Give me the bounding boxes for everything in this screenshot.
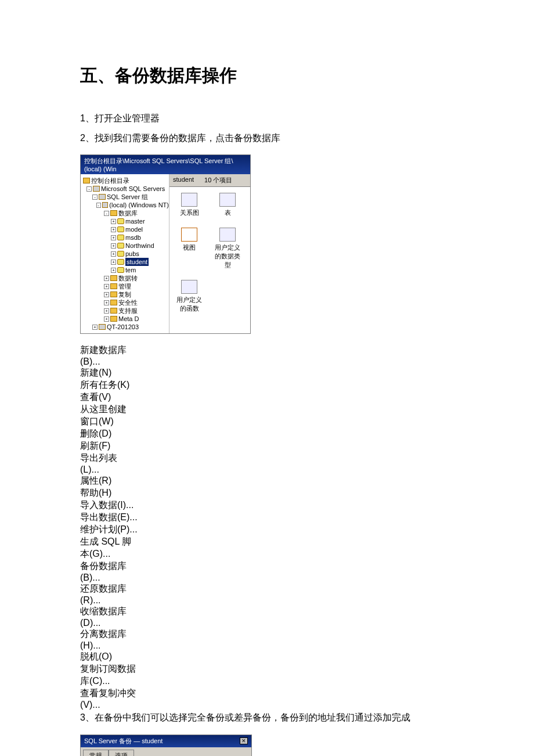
expand-icon[interactable]: + <box>92 325 98 330</box>
tree-db-selected[interactable]: student <box>125 258 149 266</box>
expand-icon[interactable]: + <box>111 227 116 232</box>
close-icon[interactable]: ✕ <box>240 737 248 744</box>
tree-db[interactable]: msdb <box>125 233 141 242</box>
submenu-copy-subscription-db[interactable]: 复制订阅数据库(C)... <box>80 663 138 687</box>
submenu-backup-database[interactable]: 备份数据库(B)... <box>80 560 138 583</box>
tree-folder[interactable]: 复制 <box>118 290 131 298</box>
submenu-shrink-database[interactable]: 收缩数据库(D)... <box>80 606 138 628</box>
tree-databases-folder[interactable]: 数据库 <box>118 209 138 217</box>
expand-icon[interactable]: + <box>104 292 109 297</box>
submenu-detach-database[interactable]: 分离数据库(H)... <box>80 628 138 651</box>
expand-icon[interactable]: + <box>104 276 109 281</box>
tree-db[interactable]: master <box>125 217 145 225</box>
list-item[interactable]: 用户定义的数据类型 <box>214 228 241 269</box>
tree-sql-servers[interactable]: Microsoft SQL Servers <box>101 185 165 193</box>
enterprise-manager-window: 控制台根目录\Microsoft SQL Servers\SQL Server … <box>80 154 251 334</box>
list-item[interactable]: 用户定义的函数 <box>175 280 203 313</box>
submenu-offline[interactable]: 脱机(O) <box>80 651 138 663</box>
tree-db[interactable]: Northwind <box>125 242 154 250</box>
expand-icon[interactable]: + <box>104 300 109 305</box>
backup-dialog: SQL Server 备份 — student ✕ 常规 选项 数据库(B): … <box>80 735 252 756</box>
expand-icon[interactable]: - <box>86 186 92 192</box>
udf-icon <box>181 280 197 294</box>
expand-icon[interactable]: + <box>111 235 116 240</box>
tree-folder[interactable]: 安全性 <box>118 298 138 307</box>
window-title: 控制台根目录\Microsoft SQL Servers\SQL Server … <box>84 157 247 172</box>
header-db-name: student <box>173 176 194 185</box>
expand-icon[interactable]: + <box>104 308 109 314</box>
tree-server-group[interactable]: SQL Server 组 <box>107 193 148 201</box>
step-3: 3、在备份中我们可以选择完全备份或差异备份，备份到的地址我们通过添加完成 <box>80 710 459 725</box>
tree-panel: 控制台根目录 -Microsoft SQL Servers -SQL Serve… <box>81 174 169 333</box>
expand-icon[interactable]: + <box>104 284 109 289</box>
list-item[interactable]: 视图 <box>175 228 203 269</box>
tree-folder[interactable]: 管理 <box>118 282 131 290</box>
page-title: 五、备份数据库操作 <box>80 64 459 88</box>
expand-icon[interactable]: + <box>111 219 116 224</box>
tasks-submenu: 导入数据(I)... 导出数据(E)... 维护计划(P)... 生成 SQL … <box>80 499 138 710</box>
step-1: 1、打开企业管理器 <box>80 111 459 126</box>
expand-icon[interactable]: + <box>111 251 116 257</box>
right-panel: student 10 个项目 关系图 表 视图 用户定义的数据类型 用户定义的函… <box>169 174 250 333</box>
dialog-titlebar: SQL Server 备份 — student ✕ <box>81 735 251 747</box>
submenu-maintenance-plan[interactable]: 维护计划(P)... <box>80 524 138 536</box>
menu-all-tasks[interactable]: 所有任务(K) <box>80 379 132 391</box>
tree-root[interactable]: 控制台根目录 <box>91 177 129 185</box>
tree-db[interactable]: pubs <box>125 250 139 258</box>
menu-properties[interactable]: 属性(R) <box>80 475 132 487</box>
menu-help[interactable]: 帮助(H) <box>80 487 132 499</box>
tree-folder[interactable]: 支持服 <box>118 307 138 315</box>
dialog-title: SQL Server 备份 — student <box>84 737 163 746</box>
submenu-view-replication-conflicts[interactable]: 查看复制冲突(V)... <box>80 687 138 710</box>
expand-icon[interactable]: + <box>111 268 116 273</box>
submenu-import-data[interactable]: 导入数据(I)... <box>80 499 138 512</box>
tree-local[interactable]: (local) (Windows NT) <box>109 201 169 209</box>
tree-server[interactable]: QT-201203 <box>107 323 139 331</box>
diagram-icon <box>181 193 197 207</box>
expand-icon[interactable]: - <box>96 203 101 208</box>
expand-icon[interactable]: + <box>111 243 116 249</box>
menu-export-list[interactable]: 导出列表(L)... <box>80 452 132 475</box>
menu-view[interactable]: 查看(V) <box>80 391 132 404</box>
submenu-generate-sql[interactable]: 生成 SQL 脚本(G)... <box>80 536 138 560</box>
udt-icon <box>219 228 236 242</box>
menu-new-window[interactable]: 从这里创建窗口(W) <box>80 404 132 428</box>
tree-db[interactable]: tem <box>125 266 136 274</box>
list-item[interactable]: 关系图 <box>175 193 203 217</box>
menu-delete[interactable]: 删除(D) <box>80 428 132 440</box>
menu-new-database[interactable]: 新建数据库(B)... <box>80 344 132 367</box>
window-titlebar: 控制台根目录\Microsoft SQL Servers\SQL Server … <box>81 155 250 174</box>
submenu-export-data[interactable]: 导出数据(E)... <box>80 512 138 524</box>
expand-icon[interactable]: - <box>104 211 109 216</box>
expand-icon[interactable]: + <box>111 260 116 265</box>
tab-options[interactable]: 选项 <box>109 750 134 756</box>
view-icon <box>181 228 197 242</box>
tree-folder[interactable]: Meta D <box>118 315 139 323</box>
tab-general[interactable]: 常规 <box>83 750 109 756</box>
expand-icon[interactable]: + <box>104 316 109 322</box>
expand-icon[interactable]: - <box>92 195 98 200</box>
submenu-restore-database[interactable]: 还原数据库(R)... <box>80 583 138 606</box>
list-item[interactable]: 表 <box>214 193 241 217</box>
menu-new[interactable]: 新建(N) <box>80 367 132 379</box>
tree-folder[interactable]: 数据转 <box>118 274 138 282</box>
step-2: 2、找到我们需要备份的数据库，点击备份数据库 <box>80 131 459 146</box>
tree-db[interactable]: model <box>125 225 143 233</box>
table-icon <box>219 193 236 207</box>
context-menu: 新建数据库(B)... 新建(N) 所有任务(K) 查看(V) 从这里创建窗口(… <box>80 344 132 499</box>
menu-refresh[interactable]: 刷新(F) <box>80 440 132 452</box>
header-item-count: 10 个项目 <box>204 176 232 185</box>
